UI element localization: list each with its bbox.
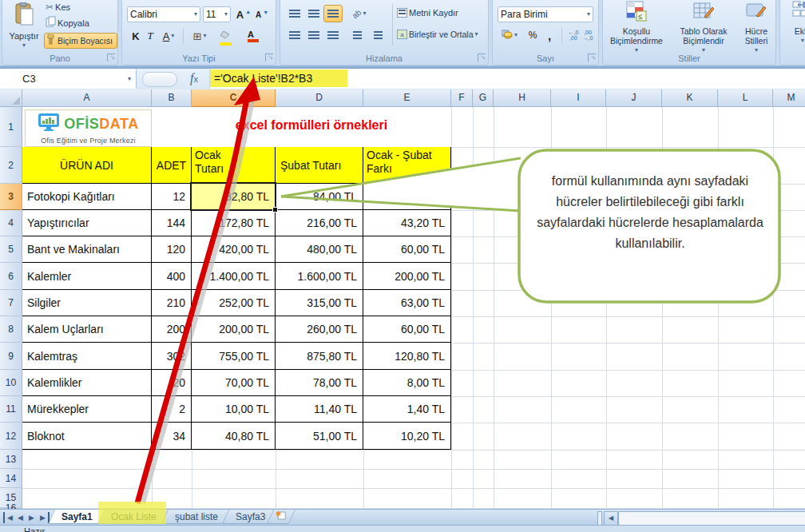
- table-cell[interactable]: 11,40 TL: [276, 396, 363, 423]
- row-header-6[interactable]: 6: [0, 263, 22, 290]
- row-header-13[interactable]: 13: [0, 450, 22, 469]
- previous-sheet-button[interactable]: ◀: [15, 512, 26, 523]
- select-all-corner[interactable]: [0, 89, 22, 107]
- column-header-h[interactable]: H: [494, 89, 551, 107]
- cell-styles-button[interactable]: Hücre Stilleri ▾: [737, 1, 775, 50]
- column-header-d[interactable]: D: [276, 89, 363, 107]
- bold-button[interactable]: K: [129, 28, 143, 44]
- horizontal-scrollbar[interactable]: [618, 511, 805, 526]
- name-box-dropdown-icon[interactable]: ▾: [128, 76, 131, 82]
- table-cell[interactable]: 875,80 TL: [276, 343, 363, 370]
- row-header-9[interactable]: 9: [0, 343, 22, 370]
- paste-button[interactable]: Yapıştır ▾: [6, 1, 42, 50]
- table-cell[interactable]: Silgiler: [22, 290, 152, 316]
- number-format-combo[interactable]: Para Birimi ▾: [498, 6, 593, 22]
- table-cell[interactable]: 34: [152, 423, 192, 450]
- table-cell[interactable]: 63,00 TL: [363, 290, 451, 316]
- column-header-b[interactable]: B: [152, 89, 192, 107]
- table-header-cell[interactable]: ÜRÜN ADI: [22, 147, 152, 184]
- table-cell[interactable]: 200,00 TL: [192, 316, 276, 343]
- table-cell[interactable]: 210: [152, 290, 192, 316]
- table-cell[interactable]: 260,00 TL: [276, 316, 363, 343]
- table-header-cell[interactable]: Şubat Tutarı: [276, 147, 363, 184]
- fill-color-button[interactable]: [213, 28, 239, 44]
- accounting-format-button[interactable]: ▾: [498, 27, 521, 43]
- row-header-10[interactable]: 10: [0, 370, 22, 396]
- comma-style-button[interactable]: ,: [542, 27, 557, 43]
- table-cell[interactable]: 12: [152, 184, 192, 210]
- name-box-gripper[interactable]: [142, 72, 177, 87]
- table-cell[interactable]: 144: [152, 210, 192, 236]
- column-header-g[interactable]: G: [473, 89, 494, 107]
- insert-cells-button[interactable]: Ekle ▾: [784, 1, 805, 50]
- align-center-button[interactable]: [304, 26, 323, 44]
- table-cell[interactable]: Kalem Uçlarları: [22, 316, 152, 343]
- column-header-k[interactable]: K: [662, 89, 718, 107]
- table-cell[interactable]: 172,80 TL: [192, 210, 276, 236]
- column-header-c[interactable]: C: [192, 89, 276, 107]
- formula-input[interactable]: ='Ocak Liste'!B2*B3: [209, 69, 805, 89]
- table-cell[interactable]: 120,80 TL: [363, 343, 451, 370]
- row-header-8[interactable]: 8: [0, 316, 22, 343]
- table-cell[interactable]: 51,00 TL: [276, 423, 363, 450]
- align-top-button[interactable]: [285, 5, 304, 22]
- table-cell[interactable]: 1.400,00 TL: [192, 263, 276, 290]
- table-cell[interactable]: Kalemler: [22, 263, 152, 290]
- insert-function-button[interactable]: fx: [190, 71, 198, 85]
- row-header-4[interactable]: 4: [0, 210, 22, 236]
- table-cell[interactable]: 40,80 TL: [192, 423, 276, 450]
- format-as-table-button[interactable]: Tablo Olarak Biçimlendir ▾: [670, 1, 737, 50]
- row-header-7[interactable]: 7: [0, 290, 22, 316]
- table-cell[interactable]: 400: [152, 263, 192, 290]
- table-cell[interactable]: Kalemtraş: [22, 343, 152, 370]
- font-name-combo[interactable]: Calibri ▾: [127, 6, 200, 22]
- table-cell[interactable]: Yapıştırıcılar: [22, 210, 152, 236]
- row-header-5[interactable]: 5: [0, 236, 22, 263]
- clipboard-dialog-launcher-icon[interactable]: ↘: [107, 54, 115, 62]
- table-cell[interactable]: 78,00 TL: [276, 370, 363, 396]
- selected-cell-border[interactable]: [190, 182, 276, 211]
- tab-split-handle[interactable]: [597, 511, 602, 526]
- table-cell[interactable]: 43,20 TL: [363, 210, 451, 236]
- font-color-button[interactable]: A: [240, 28, 266, 44]
- row-header-11[interactable]: 11: [0, 396, 22, 423]
- name-box[interactable]: C3 ▾: [0, 69, 137, 89]
- alignment-dialog-launcher-icon[interactable]: ↘: [478, 54, 486, 62]
- copy-button[interactable]: Kopyala: [46, 16, 116, 30]
- conditional-formatting-button[interactable]: ≤ Koşullu Biçimlendirme ▾: [606, 1, 667, 50]
- table-cell[interactable]: 70,00 TL: [192, 370, 276, 396]
- align-bottom-button[interactable]: [323, 5, 343, 22]
- align-left-button[interactable]: [285, 26, 304, 44]
- percent-style-button[interactable]: %: [525, 27, 541, 43]
- font-size-combo[interactable]: 11 ▾: [203, 6, 231, 22]
- table-cell[interactable]: 200: [152, 316, 192, 343]
- table-cell[interactable]: 10,20 TL: [363, 423, 451, 450]
- insert-worksheet-tab[interactable]: ✱: [267, 510, 295, 524]
- next-sheet-button[interactable]: ▶: [26, 512, 37, 523]
- row-header-1[interactable]: 1: [0, 107, 22, 147]
- scroll-left-button[interactable]: ◀: [604, 511, 618, 526]
- borders-button[interactable]: ⊞▾: [188, 28, 212, 44]
- last-sheet-button[interactable]: ▶: [38, 512, 50, 523]
- merge-center-button[interactable]: a Birleştir ve Ortala ▾: [397, 26, 490, 42]
- column-header-f[interactable]: F: [451, 89, 473, 107]
- format-painter-button[interactable]: Biçim Boyacısı: [44, 33, 117, 49]
- table-cell[interactable]: 1,20 TL: [363, 184, 451, 210]
- shrink-font-button[interactable]: A▼: [253, 6, 271, 22]
- italic-button[interactable]: T: [143, 28, 157, 44]
- font-dialog-launcher-icon[interactable]: ↘: [265, 54, 273, 62]
- row-header-2[interactable]: 2: [0, 147, 22, 184]
- table-cell[interactable]: 8,00 TL: [363, 370, 451, 396]
- table-cell[interactable]: 755,00 TL: [192, 343, 276, 370]
- increase-indent-button[interactable]: [368, 26, 387, 44]
- fill-handle[interactable]: [272, 207, 278, 212]
- table-cell[interactable]: Bloknot: [22, 423, 152, 450]
- column-header-m[interactable]: M: [773, 89, 805, 107]
- table-cell[interactable]: 216,00 TL: [276, 210, 363, 236]
- table-cell[interactable]: 84,00 TL: [276, 184, 363, 210]
- row-header-12[interactable]: 12: [0, 423, 22, 450]
- table-cell[interactable]: 60,00 TL: [363, 316, 451, 343]
- table-header-cell[interactable]: ADET: [152, 147, 192, 184]
- column-header-i[interactable]: I: [551, 89, 606, 107]
- column-header-j[interactable]: J: [606, 89, 662, 107]
